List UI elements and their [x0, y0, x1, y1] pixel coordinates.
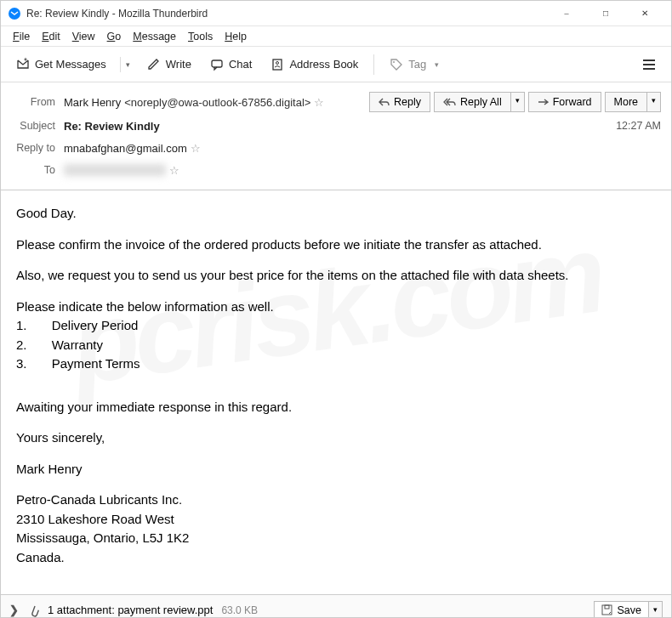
body-line: Please indicate the below information as… [16, 298, 656, 317]
menu-bar: File Edit View Go Message Tools Help [1, 26, 671, 47]
chevron-down-icon: ▾ [435, 60, 439, 69]
from-value: Mark Henry <noreply@owa-outlook-67856.di… [64, 96, 369, 109]
menu-go[interactable]: Go [102, 29, 127, 44]
star-icon[interactable]: ☆ [169, 164, 179, 177]
to-value: ☆ [64, 164, 661, 177]
window-title: Re: Review Kindly - Mozilla Thunderbird [26, 8, 547, 20]
window-controls: – □ ✕ [547, 1, 664, 26]
more-button[interactable]: More [605, 92, 646, 112]
body-line: Canada. [16, 548, 656, 568]
save-attachment-button[interactable]: Save [594, 601, 650, 619]
tag-label: Tag [408, 58, 426, 71]
get-messages-label: Get Messages [35, 58, 106, 71]
body-list-item: 3. Payment Terms [16, 354, 656, 374]
chat-button[interactable]: Chat [203, 54, 259, 75]
expand-attachment-button[interactable]: ❯ [9, 604, 19, 616]
body-line: Awaiting your immediate response in this… [16, 398, 656, 417]
get-messages-dropdown[interactable]: ▾ [120, 57, 135, 72]
message-time: 12:27 AM [616, 120, 661, 132]
address-book-icon [271, 58, 284, 71]
body-line: Yours sincerely, [16, 428, 656, 448]
close-button[interactable]: ✕ [625, 1, 664, 26]
toolbar: Get Messages ▾ Write Chat Address Book T… [1, 47, 671, 82]
chat-label: Chat [229, 58, 252, 71]
body-line: 2310 Lakeshore Road West [16, 510, 656, 530]
chat-icon [210, 58, 224, 71]
svg-rect-1 [212, 60, 222, 67]
download-icon [16, 58, 30, 71]
title-bar: Re: Review Kindly - Mozilla Thunderbird … [1, 1, 671, 26]
attachment-size: 63.0 KB [221, 604, 258, 616]
from-label: From [11, 96, 64, 108]
body-line: Also, we request you to send us your bes… [16, 266, 656, 286]
svg-rect-6 [605, 605, 609, 609]
reply-button[interactable]: Reply [369, 92, 430, 112]
message-actions: Reply Reply All ▾ Forward More ▾ [369, 92, 661, 112]
attachment-text[interactable]: 1 attachment: payment review.ppt [48, 604, 213, 616]
address-book-label: Address Book [289, 58, 358, 71]
svg-point-0 [9, 8, 20, 20]
body-line: Mark Henry [16, 460, 656, 479]
body-line: Please confirm the invoice of the ordere… [16, 235, 656, 255]
attachment-bar: ❯ 1 attachment: payment review.ppt 63.0 … [1, 594, 671, 618]
thunderbird-icon [8, 7, 21, 20]
maximize-button[interactable]: □ [586, 1, 625, 26]
menu-view[interactable]: View [67, 29, 100, 44]
reply-all-icon [443, 98, 456, 107]
body-line: Mississauga, Ontario, L5J 1K2 [16, 529, 656, 548]
save-dropdown[interactable]: ▾ [649, 601, 663, 619]
pencil-icon [147, 58, 161, 71]
svg-point-3 [276, 61, 279, 64]
message-body: Good Day. Please confirm the invoice of … [1, 190, 671, 594]
menu-tools[interactable]: Tools [183, 29, 218, 44]
to-redacted [64, 164, 166, 176]
save-icon [601, 604, 612, 615]
paperclip-icon [27, 604, 39, 617]
tag-icon [390, 58, 403, 71]
write-label: Write [166, 58, 191, 71]
forward-icon [538, 98, 549, 107]
menu-help[interactable]: Help [219, 29, 252, 44]
forward-button[interactable]: Forward [528, 92, 601, 112]
message-headers: From Mark Henry <noreply@owa-outlook-678… [1, 82, 671, 190]
reply-all-button[interactable]: Reply All [434, 92, 510, 112]
star-icon[interactable]: ☆ [191, 142, 201, 155]
subject-label: Subject [11, 120, 64, 132]
reply-all-dropdown[interactable]: ▾ [510, 92, 525, 112]
body-list-item: 2. Warranty [16, 336, 656, 355]
menu-message[interactable]: Message [128, 29, 181, 44]
svg-point-4 [393, 61, 395, 63]
subject-value: Re: Review Kindly [64, 120, 616, 133]
get-messages-button[interactable]: Get Messages [9, 54, 113, 75]
tag-button[interactable]: Tag ▾ [383, 54, 446, 75]
reply-to-value: mnabafghan@gmail.com ☆ [64, 142, 661, 155]
address-book-button[interactable]: Address Book [264, 54, 365, 75]
minimize-button[interactable]: – [547, 1, 586, 26]
body-line: Petro-Canada Lubricants Inc. [16, 490, 656, 510]
to-label: To [11, 164, 64, 176]
star-icon[interactable]: ☆ [314, 96, 324, 109]
body-line: Good Day. [16, 204, 656, 224]
reply-icon [379, 98, 390, 107]
menu-edit[interactable]: Edit [37, 29, 65, 44]
app-menu-button[interactable] [635, 55, 663, 74]
toolbar-separator [373, 54, 374, 75]
reply-to-label: Reply to [11, 142, 64, 154]
menu-file[interactable]: File [8, 29, 35, 44]
more-dropdown[interactable]: ▾ [646, 92, 661, 112]
body-list-item: 1. Delivery Period [16, 316, 656, 336]
write-button[interactable]: Write [140, 54, 198, 75]
